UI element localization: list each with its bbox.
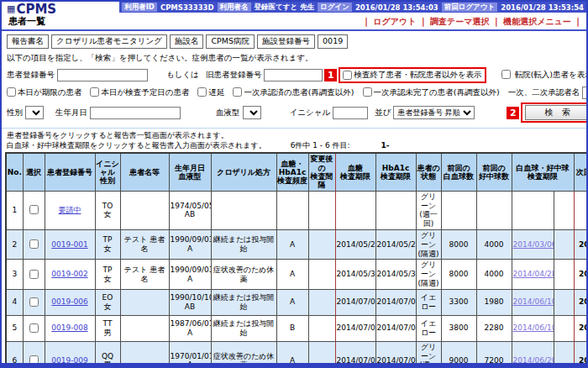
initial-input[interactable] xyxy=(333,107,368,119)
cell-glucose-due: 2014/05/30 xyxy=(335,260,375,289)
cell-gap xyxy=(554,260,574,289)
sex-select[interactable] xyxy=(25,106,44,119)
cell-initial-sex: TP 女 xyxy=(95,260,120,289)
cell-patient-status: グリーン(週一回) xyxy=(416,341,441,368)
cell-changed-interval xyxy=(308,315,335,341)
cell-patient-status: グリーン(隔週) xyxy=(416,229,441,259)
old-patient-no-input[interactable] xyxy=(264,69,323,81)
patient-reg-link[interactable]: 0019-001 xyxy=(51,240,87,249)
blood-select[interactable] xyxy=(243,106,261,119)
approved-checkbox[interactable] xyxy=(233,87,242,97)
cell-next-test-date: 2014/03/06 xyxy=(574,229,586,259)
row-select-checkbox[interactable] xyxy=(29,239,39,249)
cell-test-frequency: A xyxy=(276,229,308,259)
table-intro: 患者登録番号をクリックすると報告書一覧画面が表示されます。 白血球・好中球検査期… xyxy=(7,131,581,150)
title-row: 患者一覧 | ログアウト | 調査テーマ選択 | 機能選択メニュー | xyxy=(2,15,586,28)
cell-glucose-due: 2014/07/04 xyxy=(335,341,375,368)
cell-prev-wbc: 3800 xyxy=(441,315,476,341)
cell-prev-neutrophil: 1980 xyxy=(476,289,512,315)
form-divider xyxy=(2,128,586,129)
test-today-checkbox[interactable] xyxy=(90,87,99,97)
table-row: 1 要請中 TO 女 1974/05/05 AB グリーン(週一回) xyxy=(6,191,586,229)
table-row: 6 0019-009 QQ 男 1970/01/01 A 症状改善のため休薬 A… xyxy=(6,341,586,368)
theme-select-link[interactable]: 調査テーマ選択 xyxy=(430,17,489,26)
patient-reg-link[interactable]: 0019-008 xyxy=(51,323,87,332)
sort-label: 並び xyxy=(375,108,391,118)
patient-reg-link[interactable]: 0019-009 xyxy=(51,356,87,365)
cell-hba1c-due xyxy=(375,191,416,229)
approved-label: 一次承認済の患者(再調査以外) xyxy=(244,87,354,97)
cell-initial-sex: QQ 男 xyxy=(95,341,120,368)
top-nav-links: | ログアウト | 調査テーマ選択 | 機能選択メニュー | xyxy=(365,16,580,28)
cell-changed-interval xyxy=(308,191,335,229)
cpms-logo-icon: ▦ xyxy=(7,3,15,14)
wbc-due-link[interactable]: 2014/04/28 xyxy=(513,270,554,278)
cell-patient-name xyxy=(120,289,169,315)
patient-no-input[interactable] xyxy=(57,69,148,81)
delay-label: 遅延 xyxy=(208,87,224,97)
cell-wbc-due: 2014/03/06 xyxy=(512,229,554,259)
patient-reg-link[interactable]: 0019-006 xyxy=(51,297,87,306)
login-time-label: ログイン xyxy=(318,3,352,12)
cell-dob-blood: 1990/09/03 A xyxy=(169,229,211,259)
patient-reg-link[interactable]: 0019-002 xyxy=(51,270,87,278)
birth-input[interactable] xyxy=(90,107,181,119)
cell-patient-status: イエロー xyxy=(416,315,441,341)
col-prev-wbc: 前回の 白血球数 xyxy=(441,153,476,191)
search-instruction: 以下の項目を指定し、「検索」を押してください。症例患者の一覧が表示されます。 xyxy=(7,53,581,64)
cell-next-test-date: 2014/06/10 xyxy=(574,289,586,315)
result-count-label: 6件中 1 - 6 件目: xyxy=(291,141,350,150)
wbc-due-link[interactable]: 2014/06/10 xyxy=(513,323,554,332)
sort-select[interactable]: 患者登録番号 昇順 xyxy=(393,106,475,119)
approver-name-label: 一次、二次承認者名 xyxy=(508,87,580,98)
cell-reg-no: 0019-002 xyxy=(45,260,95,289)
patient-reg-link[interactable]: 要請中 xyxy=(59,206,81,214)
cell-wbc-due xyxy=(512,191,554,229)
annotation-badge-1: 1 xyxy=(324,69,337,81)
row-select-checkbox[interactable] xyxy=(29,205,39,214)
col-no: No. xyxy=(6,153,23,191)
cell-initial-sex: TP 女 xyxy=(95,229,120,259)
cell-test-frequency: B xyxy=(276,315,308,341)
col-patient-name: 患者名等 xyxy=(120,153,169,191)
exclude-finished-label: 検査終了患者・転院患者以外を表示 xyxy=(354,70,481,81)
cell-glucose-due: 2014/07/04 xyxy=(335,289,375,315)
cell-select xyxy=(23,260,45,289)
logout-link[interactable]: ログアウト xyxy=(373,17,416,26)
col-hba1c-due: HbA1c 検査期限 xyxy=(375,153,416,191)
cell-patient-status: グリーン(週一回) xyxy=(416,191,441,229)
transferred-checkbox[interactable] xyxy=(501,70,511,79)
cell-hba1c-due: 2014/05/30 xyxy=(375,260,416,289)
cell-prev-neutrophil xyxy=(476,191,512,229)
row-select-checkbox[interactable] xyxy=(29,323,39,333)
exclude-finished-checkbox[interactable] xyxy=(343,71,352,80)
link-separator: | xyxy=(576,17,580,26)
row-select-checkbox[interactable] xyxy=(29,355,39,365)
cell-no: 2 xyxy=(6,229,23,259)
wbc-due-link[interactable]: 2014/06/20 xyxy=(513,356,554,365)
cell-reg-no: 0019-006 xyxy=(45,289,95,315)
wbc-due-link[interactable]: 2014/06/10 xyxy=(513,297,554,306)
search-form: 患者登録番号 もしくは 旧患者登録番号 1 検査終了患者・転院患者以外を表示 転… xyxy=(7,67,581,123)
cell-wbc-due: 2014/06/10 xyxy=(512,315,554,341)
link-separator: | xyxy=(365,17,368,26)
delay-checkbox[interactable] xyxy=(197,87,207,97)
facility-no-value: 0019 xyxy=(318,34,348,49)
col-dob-blood: 生年月日 血液型 xyxy=(169,153,211,191)
not-approved-checkbox[interactable] xyxy=(363,87,372,97)
cell-wbc-due: 2014/06/10 xyxy=(512,289,554,315)
cell-select xyxy=(23,229,45,259)
approver-name-input[interactable] xyxy=(582,87,588,99)
due-today-checkbox[interactable] xyxy=(7,87,16,97)
row-select-checkbox[interactable] xyxy=(29,270,39,279)
cell-initial-sex: TO 女 xyxy=(95,191,120,229)
cell-prev-wbc: 8000 xyxy=(441,260,476,289)
cell-patient-status: イエロー xyxy=(416,289,441,315)
cell-initial-sex: EO 女 xyxy=(95,289,120,315)
wbc-due-link[interactable]: 2014/03/06 xyxy=(513,240,554,249)
row-select-checkbox[interactable] xyxy=(29,297,39,307)
cell-patient-name xyxy=(120,191,169,229)
search-button[interactable]: 検 索 xyxy=(525,105,588,120)
function-menu-link[interactable]: 機能選択メニュー xyxy=(503,17,571,26)
cell-no: 5 xyxy=(6,315,23,341)
